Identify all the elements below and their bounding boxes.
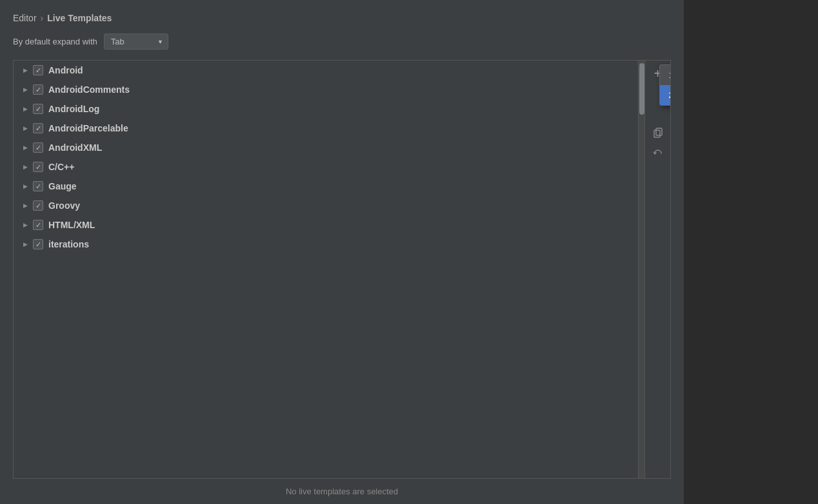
list-item[interactable]: AndroidParcelable (14, 119, 638, 138)
expand-select-wrapper[interactable]: Tab Enter Space (104, 34, 168, 50)
copy-icon (653, 128, 663, 138)
item-name-androidcomments: AndroidComments (48, 84, 130, 95)
main-panel: Editor › Live Templates By default expan… (0, 0, 684, 504)
svg-rect-1 (654, 130, 660, 137)
expand-arrow-androidxml[interactable] (20, 142, 30, 153)
list-item[interactable]: Android (14, 61, 638, 80)
add-dropdown-menu: 1. Live Template 2. Template Group... (659, 64, 672, 106)
copy-button[interactable] (649, 124, 667, 142)
status-text: No live templates are selected (286, 487, 398, 496)
list-item[interactable]: AndroidComments (14, 80, 638, 99)
list-item[interactable]: AndroidXML (14, 138, 638, 157)
scrollbar-track[interactable] (638, 61, 644, 478)
list-item[interactable]: Groovy (14, 196, 638, 215)
breadcrumb: Editor › Live Templates (0, 13, 684, 34)
expand-arrow-groovy[interactable] (20, 200, 30, 211)
list-item[interactable]: C/C++ (14, 157, 638, 177)
item-name-htmlxml: HTML/XML (48, 220, 95, 230)
item-name-groovy: Groovy (48, 200, 80, 211)
breadcrumb-parent: Editor (13, 13, 37, 23)
status-bar: No live templates are selected (0, 479, 684, 504)
expand-with-select[interactable]: Tab Enter Space (104, 34, 168, 50)
item-name-gauge: Gauge (48, 181, 77, 191)
checkbox-androidxml[interactable] (33, 142, 43, 153)
expand-arrow-androidcomments[interactable] (20, 84, 30, 95)
checkbox-groovy[interactable] (33, 200, 43, 211)
item-name-cpp: C/C++ (48, 162, 74, 172)
expand-arrow-gauge[interactable] (20, 181, 30, 191)
expand-arrow-htmlxml[interactable] (20, 220, 30, 230)
expand-arrow-cpp[interactable] (20, 162, 30, 172)
revert-button[interactable] (649, 144, 667, 162)
expand-label: By default expand with (13, 37, 97, 46)
item-name-android: Android (48, 65, 83, 75)
checkbox-androidparcelable[interactable] (33, 123, 43, 133)
templates-list[interactable]: Android AndroidComments AndroidLog Andro… (14, 61, 638, 478)
item-name-androidxml: AndroidXML (48, 142, 102, 153)
expand-arrow-android[interactable] (20, 65, 30, 75)
breadcrumb-separator: › (41, 13, 44, 23)
checkbox-htmlxml[interactable] (33, 220, 43, 230)
right-panel (684, 0, 818, 504)
dropdown-item-template-group[interactable]: 2. Template Group... (660, 85, 672, 105)
svg-rect-0 (656, 128, 662, 135)
templates-container: Android AndroidComments AndroidLog Andro… (13, 60, 671, 479)
list-item[interactable]: AndroidLog (14, 99, 638, 119)
list-item[interactable]: iterations (14, 235, 638, 254)
expand-arrow-iterations[interactable] (20, 239, 30, 249)
checkbox-androidcomments[interactable] (33, 84, 43, 95)
checkbox-cpp[interactable] (33, 162, 43, 172)
checkbox-androidlog[interactable] (33, 104, 43, 114)
item-name-androidlog: AndroidLog (48, 104, 99, 114)
dropdown-item-live-template[interactable]: 1. Live Template (660, 65, 672, 85)
breadcrumb-current: Live Templates (47, 13, 112, 23)
toolbar: By default expand with Tab Enter Space (0, 34, 684, 60)
expand-arrow-androidlog[interactable] (20, 104, 30, 114)
checkbox-iterations[interactable] (33, 239, 43, 249)
revert-icon (653, 148, 663, 159)
checkbox-android[interactable] (33, 65, 43, 75)
checkbox-gauge[interactable] (33, 181, 43, 191)
list-item[interactable]: Gauge (14, 177, 638, 196)
content-area: Android AndroidComments AndroidLog Andro… (0, 60, 684, 479)
list-item[interactable]: HTML/XML (14, 215, 638, 235)
item-name-iterations: iterations (48, 239, 89, 249)
add-button-container: + 1. Live Template 2. Template Group... (649, 64, 667, 82)
scrollbar-thumb[interactable] (639, 63, 644, 115)
expand-arrow-androidparcelable[interactable] (20, 123, 30, 133)
item-name-androidparcelable: AndroidParcelable (48, 123, 128, 133)
sidebar-actions: + 1. Live Template 2. Template Group... (644, 61, 670, 478)
